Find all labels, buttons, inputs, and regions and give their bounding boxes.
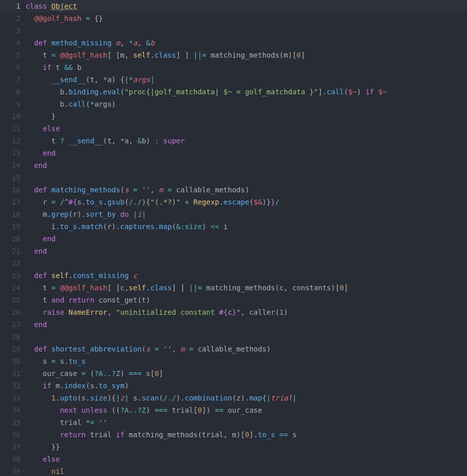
- token-punc: ): [146, 406, 155, 414]
- code-area[interactable]: class Object @@golf_hash = {} def method…: [26, 0, 467, 476]
- token-punc: [374, 88, 378, 96]
- token-param: args: [133, 76, 151, 84]
- code-line[interactable]: }: [26, 110, 467, 122]
- code-line[interactable]: end: [26, 159, 467, 171]
- token-regex: /: [275, 198, 279, 206]
- code-line[interactable]: def self.const_missing c: [26, 269, 467, 282]
- code-line[interactable]: raise NameError, "uninitialized constant…: [26, 306, 467, 318]
- token-kw: unless: [82, 406, 108, 414]
- token-op: <<: [211, 222, 219, 231]
- line-number: 2: [0, 12, 20, 24]
- token-def: __send__: [68, 137, 103, 145]
- code-line[interactable]: [26, 24, 467, 37]
- token-indent: [26, 320, 34, 329]
- code-line[interactable]: t and return const_get(t): [26, 294, 467, 306]
- code-line[interactable]: r = /^#{s.to_s.gsub(/./){"(.*?)" + Regex…: [26, 196, 467, 208]
- code-line[interactable]: end: [26, 318, 467, 331]
- code-line[interactable]: t ? __send__(t, *a, &b) : super: [26, 135, 467, 147]
- code-line[interactable]: if m.index(s.to_sym): [26, 380, 467, 392]
- token-op: ===: [129, 369, 141, 378]
- code-line[interactable]: 1.upto(s.size){|z| s.scan(/./).combinati…: [26, 392, 467, 404]
- code-line[interactable]: end: [26, 233, 467, 245]
- token-interp: }: [232, 308, 236, 316]
- token-punc: s.: [129, 394, 141, 402]
- token-op: =: [52, 51, 56, 59]
- code-line[interactable]: @@golf_hash = {}: [26, 12, 467, 24]
- line-number: 20: [0, 233, 20, 245]
- token-punc: [ [c,: [107, 284, 129, 292]
- token-punc: ,: [120, 39, 129, 47]
- code-line[interactable]: end: [26, 245, 467, 257]
- token-op: ..: [103, 369, 112, 378]
- token-punc: [112, 39, 116, 47]
- code-line[interactable]: [26, 331, 467, 343]
- token-kw: end: [43, 149, 56, 157]
- line-number: 31: [0, 367, 20, 380]
- token-op: =: [52, 198, 56, 206]
- code-line[interactable]: s = s.to_s: [26, 355, 467, 367]
- token-indent: [26, 76, 52, 84]
- token-op: &: [137, 137, 141, 145]
- code-line[interactable]: return trial if matching_methods(trial, …: [26, 429, 467, 441]
- token-punc: matching_methods(trial, m)[: [125, 431, 245, 439]
- code-line[interactable]: m.grep(r).sort_by do |i|: [26, 208, 467, 220]
- token-punc: ] ]: [176, 51, 193, 59]
- code-line[interactable]: __send__(t, *a) {|*args|: [26, 73, 467, 86]
- code-line[interactable]: else: [26, 453, 467, 465]
- line-number: 23: [0, 269, 20, 282]
- code-line[interactable]: [26, 257, 467, 269]
- token-var: @@golf_hash: [34, 14, 82, 22]
- token-str: '': [163, 345, 172, 353]
- token-op: ..: [129, 406, 137, 414]
- code-line[interactable]: def matching_methods(s = '', m = callabl…: [26, 184, 467, 196]
- token-indent: [26, 394, 52, 402]
- token-punc: s: [43, 357, 52, 365]
- code-line[interactable]: trial *= '': [26, 416, 467, 429]
- token-punc: matching_methods(m)[: [206, 51, 297, 59]
- token-def: to_s: [258, 431, 275, 439]
- token-def: sort_by: [86, 210, 116, 218]
- token-punc: [47, 271, 51, 280]
- code-line[interactable]: t = @@golf_hash[ [c,self.class] ] ||= ma…: [26, 282, 467, 294]
- token-kw: raise: [43, 308, 64, 316]
- code-line[interactable]: else: [26, 122, 467, 135]
- code-line[interactable]: end: [26, 147, 467, 159]
- token-indent: [26, 235, 43, 243]
- code-line[interactable]: b.call(*args): [26, 98, 467, 110]
- code-line[interactable]: [26, 171, 467, 184]
- token-indent: [26, 406, 60, 414]
- code-line[interactable]: nil: [26, 465, 467, 476]
- code-line[interactable]: i.to_s.match(r).captures.map(&:size) << …: [26, 220, 467, 233]
- token-def: combination: [185, 394, 232, 402]
- token-op: ==: [279, 431, 288, 439]
- token-punc: (: [249, 198, 253, 206]
- token-self: self: [133, 51, 151, 59]
- token-punc: ){: [142, 198, 151, 206]
- token-regex: /./: [163, 394, 176, 402]
- code-line[interactable]: our_case = (?A..?Z) === s[0]: [26, 367, 467, 380]
- code-line[interactable]: t = @@golf_hash[ [m, self.class] ] ||= m…: [26, 49, 467, 61]
- token-punc: .: [77, 222, 81, 231]
- token-punc: s.: [77, 198, 86, 206]
- code-line[interactable]: if t && b: [26, 61, 467, 73]
- token-str: "uninitialized constant: [116, 308, 219, 316]
- code-line[interactable]: next unless ((?A..?Z) === trial[0]) == o…: [26, 404, 467, 416]
- token-punc: r: [43, 198, 52, 206]
- token-indent: [26, 222, 52, 231]
- token-kw: end: [43, 235, 56, 243]
- token-punc: matching_methods(c, constants)[: [202, 284, 340, 292]
- token-punc: ).: [176, 394, 185, 402]
- token-kw: if: [43, 63, 52, 71]
- code-line[interactable]: class Object: [26, 0, 467, 12]
- code-editor[interactable]: 1234567891011121314151617181920212223242…: [0, 0, 467, 476]
- token-indent: [26, 63, 43, 71]
- code-line[interactable]: b.binding.eval("proc{|golf_matchdata| $~…: [26, 86, 467, 98]
- token-str: '': [142, 186, 151, 194]
- line-number: 27: [0, 318, 20, 331]
- code-line[interactable]: def shortest_abbreviation(s = '', m = ca…: [26, 343, 467, 355]
- token-op: =: [189, 345, 193, 353]
- code-line[interactable]: def method_missing m, *a, &b: [26, 37, 467, 49]
- line-number: 10: [0, 110, 20, 122]
- token-def: class: [155, 51, 176, 59]
- code-line[interactable]: }}: [26, 441, 467, 453]
